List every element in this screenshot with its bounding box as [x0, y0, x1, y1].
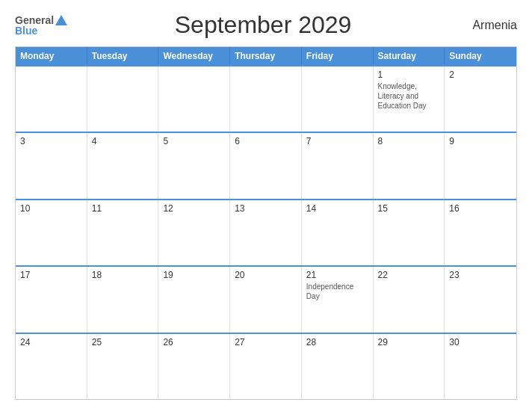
- calendar-header-cell: Monday: [16, 47, 87, 65]
- calendar-grid: MondayTuesdayWednesdayThursdayFridaySatu…: [15, 46, 517, 400]
- logo: General Blue: [15, 14, 69, 37]
- calendar-cell: 20: [230, 267, 302, 332]
- day-number: 17: [20, 270, 82, 280]
- logo-triangle-icon: [55, 15, 67, 25]
- day-number: 21: [306, 270, 368, 280]
- day-number: 13: [235, 203, 297, 214]
- page-header: General Blue September 2029 Armenia: [15, 11, 517, 39]
- day-number: 19: [163, 270, 225, 280]
- day-number: 9: [449, 136, 512, 146]
- calendar-cell: 6: [230, 133, 302, 198]
- day-number: 3: [20, 136, 82, 146]
- calendar-body: 1Knowledge, Literacy and Education Day23…: [16, 65, 516, 399]
- day-number: 11: [92, 203, 154, 214]
- calendar-cell: 29: [374, 334, 445, 399]
- day-number: 22: [378, 270, 440, 280]
- day-number: 7: [306, 136, 368, 146]
- calendar-header: MondayTuesdayWednesdayThursdayFridaySatu…: [16, 47, 516, 65]
- calendar-header-cell: Wednesday: [158, 47, 230, 65]
- day-number: 26: [163, 337, 225, 347]
- calendar-cell: 25: [87, 334, 159, 399]
- day-number: 20: [235, 270, 297, 280]
- calendar-row: 1718192021Independence Day2223: [16, 265, 516, 332]
- month-title: September 2029: [69, 11, 457, 39]
- calendar-cell: 4: [87, 133, 159, 198]
- calendar-cell: 2: [445, 67, 516, 132]
- calendar-cell: [230, 67, 302, 132]
- calendar-header-cell: Thursday: [230, 47, 302, 65]
- calendar-row: 1Knowledge, Literacy and Education Day2: [16, 65, 516, 132]
- calendar-cell: 9: [445, 133, 516, 198]
- calendar-cell: 23: [445, 267, 516, 332]
- calendar-cell: 21Independence Day: [302, 267, 374, 332]
- calendar-cell: [16, 67, 87, 132]
- calendar-header-cell: Saturday: [374, 47, 445, 65]
- day-number: 24: [20, 337, 82, 347]
- calendar-cell: 19: [158, 267, 230, 332]
- calendar-row: 3456789: [16, 132, 516, 198]
- calendar-header-cell: Friday: [302, 47, 374, 65]
- calendar-cell: 11: [87, 200, 159, 265]
- day-number: 29: [378, 337, 440, 347]
- calendar-cell: 18: [87, 267, 159, 332]
- calendar-cell: 12: [158, 200, 230, 265]
- day-number: 16: [449, 203, 512, 214]
- day-number: 12: [163, 203, 225, 214]
- calendar-cell: 22: [374, 267, 445, 332]
- calendar-cell: 7: [302, 133, 374, 198]
- calendar-row: 10111213141516: [16, 199, 516, 265]
- calendar-header-cell: Tuesday: [87, 47, 159, 65]
- day-number: 8: [378, 136, 440, 146]
- calendar-cell: 16: [445, 200, 516, 265]
- calendar-cell: [302, 67, 374, 132]
- calendar-cell: [87, 67, 159, 132]
- day-number: 23: [449, 270, 512, 280]
- calendar-page: General Blue September 2029 Armenia Mond…: [0, 0, 532, 411]
- day-number: 4: [92, 136, 154, 146]
- holiday-label: Independence Day: [306, 282, 353, 300]
- day-number: 14: [306, 203, 368, 214]
- calendar-cell: [158, 67, 230, 132]
- day-number: 25: [92, 337, 154, 347]
- calendar-cell: 28: [302, 334, 374, 399]
- day-number: 15: [378, 203, 440, 214]
- logo-blue: Blue: [15, 25, 37, 37]
- calendar-cell: 10: [16, 200, 87, 265]
- holiday-label: Knowledge, Literacy and Education Day: [378, 82, 427, 110]
- day-number: 10: [20, 203, 82, 214]
- day-number: 2: [449, 69, 512, 80]
- country-label: Armenia: [457, 19, 517, 32]
- day-number: 1: [378, 69, 440, 80]
- day-number: 5: [163, 136, 225, 146]
- calendar-cell: 15: [374, 200, 445, 265]
- calendar-cell: 26: [158, 334, 230, 399]
- calendar-cell: 24: [16, 334, 87, 399]
- calendar-cell: 1Knowledge, Literacy and Education Day: [374, 67, 445, 132]
- calendar-cell: 8: [374, 133, 445, 198]
- day-number: 6: [235, 136, 297, 146]
- day-number: 30: [449, 337, 512, 347]
- day-number: 28: [306, 337, 368, 347]
- calendar-cell: 17: [16, 267, 87, 332]
- calendar-cell: 13: [230, 200, 302, 265]
- calendar-header-cell: Sunday: [445, 47, 516, 65]
- calendar-cell: 3: [16, 133, 87, 198]
- day-number: 18: [92, 270, 154, 280]
- calendar-row: 24252627282930: [16, 333, 516, 399]
- calendar-cell: 30: [445, 334, 516, 399]
- calendar-cell: 27: [230, 334, 302, 399]
- calendar-cell: 5: [158, 133, 230, 198]
- calendar-cell: 14: [302, 200, 374, 265]
- day-number: 27: [235, 337, 297, 347]
